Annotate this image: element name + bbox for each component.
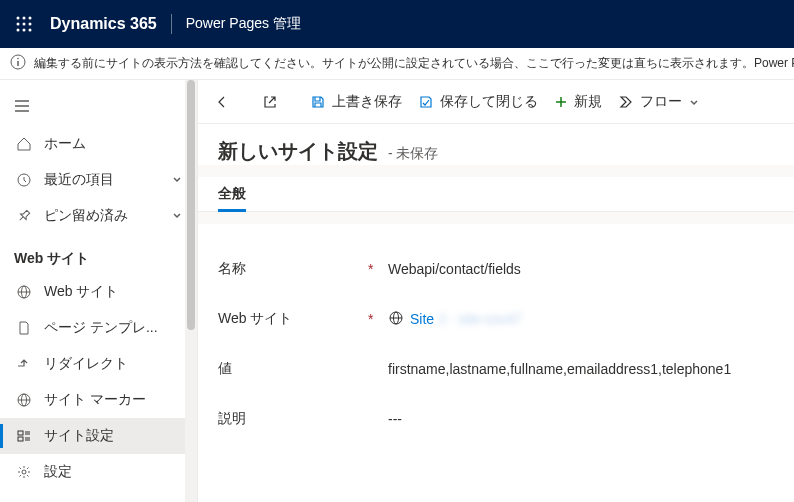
field-value[interactable]: --- (388, 411, 794, 427)
required-icon: * (368, 261, 378, 277)
field-label: 名称 (218, 260, 368, 278)
hamburger-button[interactable] (0, 86, 197, 126)
field-label: 値 (218, 360, 368, 378)
svg-point-11 (17, 58, 19, 60)
nav-page-templates[interactable]: ページ テンプレ... (0, 310, 197, 346)
svg-point-2 (29, 17, 32, 20)
page-title: 新しいサイト設定 (218, 140, 378, 162)
svg-point-1 (23, 17, 26, 20)
svg-point-5 (29, 23, 32, 26)
svg-point-8 (29, 29, 32, 32)
app-launcher-icon[interactable] (8, 8, 40, 40)
pin-icon (14, 208, 34, 224)
clock-icon (14, 172, 34, 188)
nav-label: リダイレクト (44, 355, 183, 373)
nav-label: ホーム (44, 135, 183, 153)
nav-recent[interactable]: 最近の項目 (0, 162, 197, 198)
save-icon (310, 94, 326, 110)
button-label: 上書き保存 (332, 93, 402, 111)
app-name-label[interactable]: Power Pages 管理 (186, 15, 301, 33)
svg-point-3 (17, 23, 20, 26)
nav-label: サイト マーカー (44, 391, 183, 409)
field-value[interactable]: firstname,lastname,fullname,emailaddress… (388, 361, 794, 377)
svg-rect-23 (18, 437, 23, 441)
globe-icon (14, 392, 34, 408)
nav-label: Web サイト (44, 283, 183, 301)
svg-point-6 (17, 29, 20, 32)
back-icon (214, 94, 230, 110)
back-button[interactable] (206, 86, 244, 118)
svg-point-4 (23, 23, 26, 26)
field-value[interactable]: Site 2 - site-cov47 (388, 310, 794, 329)
nav-group-header: Web サイト (0, 240, 197, 274)
sidebar-scrollbar[interactable] (185, 80, 197, 502)
required-icon: * (368, 311, 378, 327)
svg-point-7 (23, 29, 26, 32)
redirect-icon (14, 356, 34, 372)
field-value[interactable]: Webapi/contact/fields (388, 261, 794, 277)
save-close-icon (418, 94, 434, 110)
nav-site-markers[interactable]: サイト マーカー (0, 382, 197, 418)
field-label: Web サイト (218, 310, 368, 328)
flow-icon (618, 94, 634, 110)
svg-point-0 (17, 17, 20, 20)
globe-icon (14, 284, 34, 300)
nav-site-settings[interactable]: サイト設定 (0, 418, 197, 454)
field-description[interactable]: 説明 --- (218, 394, 794, 444)
chevron-down-icon (688, 96, 700, 108)
top-bar: Dynamics 365 Power Pages 管理 (0, 0, 794, 48)
tabs: 全般 (198, 177, 794, 212)
lookup-text: Site (410, 311, 434, 327)
nav-websites[interactable]: Web サイト (0, 274, 197, 310)
nav-label: 最近の項目 (44, 171, 171, 189)
info-text: 編集する前にサイトの表示方法を確認してください。サイトが公開に設定されている場合… (34, 55, 794, 72)
chevron-down-icon (171, 172, 183, 188)
nav-redirects[interactable]: リダイレクト (0, 346, 197, 382)
field-label: 説明 (218, 410, 368, 428)
form-body: 名称 * Webapi/contact/fields Web サイト * Sit… (198, 224, 794, 502)
nav-label: 設定 (44, 463, 183, 481)
svg-point-28 (22, 470, 26, 474)
gear-icon (14, 464, 34, 480)
brand-label[interactable]: Dynamics 365 (50, 15, 157, 33)
lookup-blurred: 2 - site-cov47 (438, 311, 522, 327)
field-website[interactable]: Web サイト * Site 2 - site-cov47 (218, 294, 794, 344)
form-header: 新しいサイト設定 - 未保存 (198, 124, 794, 165)
nav-settings[interactable]: 設定 (0, 454, 197, 490)
field-name[interactable]: 名称 * Webapi/contact/fields (218, 244, 794, 294)
field-value-row[interactable]: 値 firstname,lastname,fullname,emailaddre… (218, 344, 794, 394)
nav-pinned[interactable]: ピン留め済み (0, 198, 197, 234)
button-label: 保存して閉じる (440, 93, 538, 111)
button-label: フロー (640, 93, 682, 111)
page-icon (14, 320, 34, 336)
page-subtitle: - 未保存 (388, 145, 439, 161)
plus-icon (554, 95, 568, 109)
settings-list-icon (14, 428, 34, 444)
info-bar: 編集する前にサイトの表示方法を確認してください。サイトが公開に設定されている場合… (0, 48, 794, 80)
save-button[interactable]: 上書き保存 (302, 86, 410, 118)
popout-icon (262, 94, 278, 110)
new-button[interactable]: 新規 (546, 86, 610, 118)
nav-label: ピン留め済み (44, 207, 171, 225)
command-bar: 上書き保存 保存して閉じる 新規 フロー (198, 80, 794, 124)
button-label: 新規 (574, 93, 602, 111)
tab-general[interactable]: 全般 (218, 177, 246, 211)
chevron-down-icon (171, 208, 183, 224)
svg-rect-22 (18, 431, 23, 435)
info-icon (10, 54, 26, 73)
main-content: 上書き保存 保存して閉じる 新規 フロー 新しいサイト設定 - 未保存 全般 名… (198, 80, 794, 502)
home-icon (14, 136, 34, 152)
save-close-button[interactable]: 保存して閉じる (410, 86, 546, 118)
open-new-window-button[interactable] (254, 86, 292, 118)
nav-home[interactable]: ホーム (0, 126, 197, 162)
flow-button[interactable]: フロー (610, 86, 714, 118)
nav-label: ページ テンプレ... (44, 319, 183, 337)
globe-icon (388, 310, 404, 329)
divider (171, 14, 172, 34)
nav-label: サイト設定 (44, 427, 183, 445)
sidebar: ホーム 最近の項目 ピン留め済み Web サイト Web サイト ページ テンプ… (0, 80, 198, 502)
